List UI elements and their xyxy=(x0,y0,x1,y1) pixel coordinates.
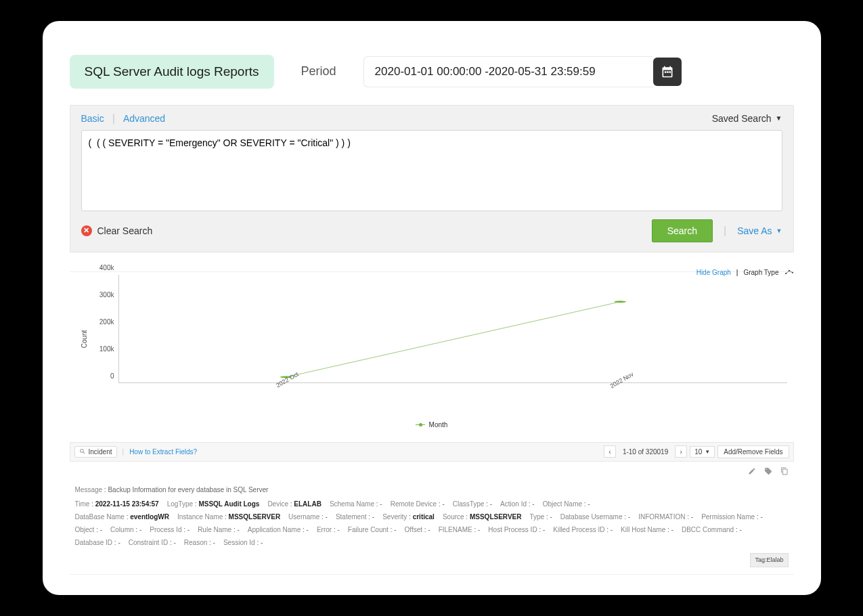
record-field: Application Name : - xyxy=(248,526,309,533)
record-fields: Time : 2022-11-15 23:54:57LogType : MSSQ… xyxy=(75,498,789,549)
pager-prev-button[interactable]: ‹ xyxy=(604,445,616,458)
record-field: Time : 2022-11-15 23:54:57 xyxy=(75,500,159,508)
y-tick-label: 300k xyxy=(99,290,114,298)
chart-area: Count 0100k200k300k400k 2022 Oct2022 Nov xyxy=(90,275,787,403)
record-field: Statement : - xyxy=(336,513,374,521)
record-field: Schema Name : - xyxy=(330,500,382,508)
y-axis-ticks: 0100k200k300k400k xyxy=(90,275,117,383)
record-field: Object : - xyxy=(75,526,103,533)
record-field: Type : - xyxy=(529,513,552,521)
tab-basic[interactable]: Basic xyxy=(81,113,104,124)
legend-marker-icon xyxy=(416,424,425,425)
record-field: FILENAME : - xyxy=(439,526,481,533)
caret-down-icon: ▼ xyxy=(776,227,782,234)
period-input[interactable] xyxy=(363,56,653,87)
y-tick-label: 200k xyxy=(99,317,114,325)
svg-point-4 xyxy=(614,301,626,303)
save-as-dropdown[interactable]: Save As ▼ xyxy=(737,225,782,236)
record-field: Severity : critical xyxy=(382,513,435,521)
query-input[interactable]: ( ( ( SEVERITY = "Emergency" OR SEVERITY… xyxy=(81,130,782,211)
y-tick-label: 100k xyxy=(99,345,114,352)
calendar-button[interactable] xyxy=(653,58,682,86)
page-title: SQL Server Audit logs Reports xyxy=(70,55,274,89)
page-size-dropdown[interactable]: 10▼ xyxy=(690,446,715,458)
chart-plot: 2022 Oct2022 Nov xyxy=(118,275,787,383)
tab-separator: | xyxy=(112,112,115,125)
extract-fields-link[interactable]: How to Extract Fields? xyxy=(129,448,197,456)
pager-next-button[interactable]: › xyxy=(675,445,687,458)
caret-down-icon: ▼ xyxy=(776,114,782,122)
message-key: Message xyxy=(75,486,103,493)
log-record: Message : Backup Information for every d… xyxy=(70,482,794,575)
saved-search-label: Saved Search xyxy=(712,113,772,124)
pager-status: 1-10 of 320019 xyxy=(619,448,672,456)
saved-search-dropdown[interactable]: Saved Search ▼ xyxy=(712,113,782,124)
period-picker xyxy=(363,56,682,87)
record-field: Device : ELALAB xyxy=(267,500,321,508)
record-field: Object Name : - xyxy=(543,500,590,508)
record-field: DBCC Command : - xyxy=(682,526,742,533)
record-action-icons xyxy=(70,462,794,482)
edit-icon[interactable] xyxy=(748,466,756,478)
search-panel: Basic | Advanced Saved Search ▼ ( ( ( SE… xyxy=(70,105,794,252)
record-field: Database ID : - xyxy=(75,539,120,546)
clear-label: Clear Search xyxy=(97,225,153,236)
record-field: Offset : - xyxy=(405,526,430,533)
chart-legend: Month xyxy=(70,421,794,428)
record-field: Constraint ID : - xyxy=(129,539,176,546)
copy-icon[interactable] xyxy=(780,466,789,478)
record-field: Remote Device : - xyxy=(391,500,445,508)
record-field: Instance Name : MSSQLSERVER xyxy=(177,513,280,521)
record-field: Reason : - xyxy=(184,539,215,546)
record-field: DataBase Name : eventlogWR xyxy=(75,513,170,521)
record-field: Username : - xyxy=(288,513,328,521)
y-tick-label: 0 xyxy=(110,372,114,379)
record-field: Rule Name : - xyxy=(198,526,240,533)
message-value: Backup Information for every database in… xyxy=(108,486,268,493)
record-field: Action Id : - xyxy=(500,500,535,508)
record-field: Source : MSSQLSERVER xyxy=(443,513,522,521)
record-field: ClassType : - xyxy=(453,500,492,508)
search-icon xyxy=(79,448,86,455)
y-tick-label: 400k xyxy=(99,263,114,271)
record-field: Database Username : - xyxy=(560,513,630,521)
tab-advanced[interactable]: Advanced xyxy=(123,113,165,124)
save-as-label: Save As xyxy=(737,225,772,236)
calendar-icon xyxy=(661,65,674,79)
results-toolbar: Incident | How to Extract Fields? ‹ 1-10… xyxy=(70,442,794,462)
record-field: LogType : MSSQL Audit Logs xyxy=(167,500,260,508)
record-field: Killed Process ID : - xyxy=(553,526,613,533)
incident-label: Incident xyxy=(89,448,112,456)
record-field: Host Process ID : - xyxy=(488,526,545,533)
record-field: Kill Host Name : - xyxy=(621,526,673,533)
chart-section: Hide Graph | Graph Type Count 0100k200k3… xyxy=(70,265,794,435)
app-window: SQL Server Audit logs Reports Period Bas… xyxy=(43,21,821,595)
record-field: Failure Count : - xyxy=(348,526,397,533)
clear-search-button[interactable]: ✕ Clear Search xyxy=(81,225,153,236)
record-field: Session Id : - xyxy=(223,539,263,546)
tag-icon[interactable] xyxy=(764,466,772,478)
record-field: Process Id : - xyxy=(150,526,190,533)
record-tag: Tag:Elalab xyxy=(750,553,788,567)
header-row: SQL Server Audit logs Reports Period xyxy=(70,55,794,89)
search-button[interactable]: Search xyxy=(652,219,713,242)
record-field: Error : - xyxy=(317,526,340,533)
record-field: Permission Name : - xyxy=(701,513,763,521)
y-axis-title: Count xyxy=(80,330,87,349)
add-remove-fields-button[interactable]: Add/Remove Fields xyxy=(717,445,789,458)
record-field: INFORMATION : - xyxy=(638,513,693,521)
record-field: Column : - xyxy=(110,526,141,533)
period-label: Period xyxy=(301,64,336,79)
clear-icon: ✕ xyxy=(81,225,92,236)
legend-series-label: Month xyxy=(429,421,448,428)
incident-button[interactable]: Incident xyxy=(74,446,117,458)
